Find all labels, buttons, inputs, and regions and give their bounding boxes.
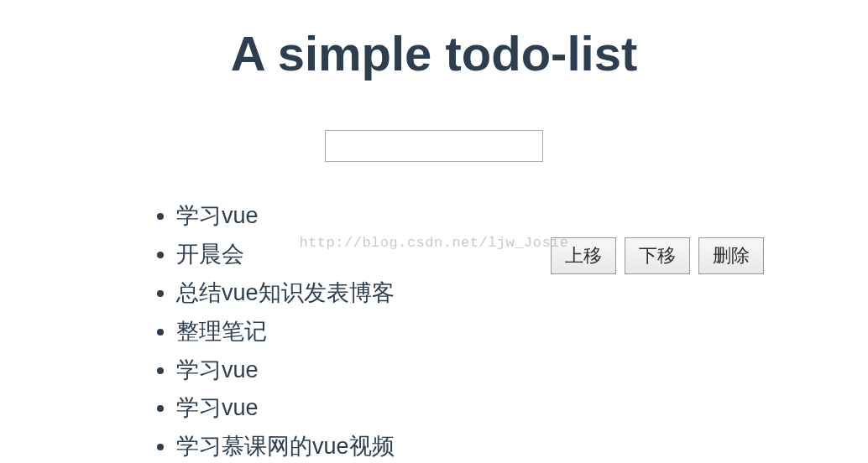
list-item[interactable]: 开晨会 上移 下移 删除	[176, 236, 868, 274]
todo-text: 学习慕课网的vue视频	[176, 428, 395, 463]
input-wrapper	[0, 130, 868, 162]
page-title: A simple todo-list	[0, 25, 868, 81]
todo-text: 整理笔记	[176, 313, 267, 351]
list-item[interactable]: 总结vue知识发表博客	[176, 274, 868, 313]
list-item[interactable]: 学习vue	[176, 197, 868, 236]
todo-list: 学习vue 开晨会 上移 下移 删除 总结vue知识发表博客 整理笔记 学习vu…	[0, 197, 868, 463]
todo-text: 学习vue	[176, 389, 259, 428]
move-down-button[interactable]: 下移	[625, 237, 690, 274]
todo-text: 总结vue知识发表博客	[176, 274, 395, 313]
move-up-button[interactable]: 上移	[551, 237, 616, 274]
todo-text: 学习vue	[176, 351, 259, 390]
todo-text: 开晨会	[176, 236, 244, 274]
actions: 上移 下移 删除	[551, 237, 764, 274]
list-item[interactable]: 整理笔记	[176, 313, 868, 351]
delete-button[interactable]: 删除	[698, 237, 764, 274]
todo-input[interactable]	[325, 130, 543, 162]
list-item[interactable]: 学习慕课网的vue视频	[176, 428, 868, 463]
todo-text: 学习vue	[176, 197, 259, 236]
list-item[interactable]: 学习vue	[176, 389, 868, 428]
list-item[interactable]: 学习vue	[176, 351, 868, 390]
